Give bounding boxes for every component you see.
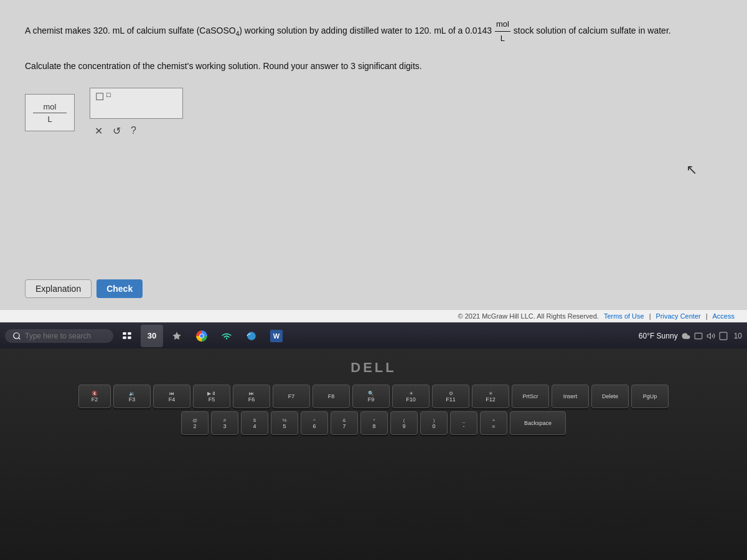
wifi-button[interactable] xyxy=(215,325,238,347)
controls-row: ✕ ↺ ? xyxy=(90,121,183,138)
key-lparen[interactable]: ( 9 xyxy=(390,411,418,435)
key-f7[interactable]: F7 xyxy=(273,385,310,408)
key-ampersand[interactable]: & 7 xyxy=(331,411,358,435)
key-at[interactable]: @ 2 xyxy=(181,411,209,435)
access-link[interactable]: Access xyxy=(713,312,735,320)
key-f12[interactable]: ✳ F12 xyxy=(472,385,509,408)
key-f3[interactable]: 🔉 F3 xyxy=(113,385,151,408)
speaker-icon[interactable] xyxy=(707,332,715,340)
key-minus[interactable]: _ - xyxy=(450,411,477,435)
cursor-arrow: ↖ xyxy=(686,162,697,178)
key-insert[interactable]: Insert xyxy=(552,385,589,408)
svg-rect-2 xyxy=(123,332,126,335)
problem-text: A chemist makes 320. mL of calcium sulfa… xyxy=(25,17,722,45)
pin-icon xyxy=(172,331,182,341)
key-dollar[interactable]: $ 4 xyxy=(241,411,268,435)
stock-concentration-fraction: mol L xyxy=(495,17,510,45)
key-prtscr[interactable]: PrtScr xyxy=(512,385,549,408)
word-button[interactable]: W xyxy=(265,325,288,347)
pin-icon-button[interactable] xyxy=(166,325,188,347)
caso4: SO4 xyxy=(223,26,240,35)
chrome-icon xyxy=(196,330,207,342)
key-label: ✳ xyxy=(489,391,493,396)
key-f2[interactable]: 🔇 F2 xyxy=(78,385,111,408)
fn-row: 🔇 F2 🔉 F3 ⏮ F4 ▶⏸ F5 ⏭ F6 F7 xyxy=(31,385,716,408)
explanation-button[interactable]: Explanation xyxy=(25,279,92,298)
divider1: | xyxy=(649,312,651,320)
weather-text: 60°F Sunny xyxy=(639,332,678,340)
clear-button[interactable]: ✕ xyxy=(92,124,105,138)
answer-row: mol L ☐ □ ✕ ↺ ? xyxy=(25,88,722,138)
undo-button[interactable]: ↺ xyxy=(110,124,123,138)
word-icon: W xyxy=(270,330,283,342)
keyboard-icon xyxy=(694,332,703,340)
check-button[interactable]: Check xyxy=(96,279,143,298)
key-hash[interactable]: # 3 xyxy=(211,411,238,435)
input-area: ☐ □ ✕ ↺ ? xyxy=(90,88,183,138)
svg-line-1 xyxy=(19,337,21,339)
key-f11[interactable]: ⚙ F11 xyxy=(432,385,469,408)
answer-denominator: L xyxy=(33,113,67,124)
copyright-text: © 2021 McGraw Hill LLC. All Rights Reser… xyxy=(458,312,599,320)
key-pgup[interactable]: PgUp xyxy=(631,385,669,408)
svg-marker-10 xyxy=(707,333,710,338)
time-display: 10 xyxy=(734,332,742,340)
terms-link[interactable]: Terms of Use xyxy=(604,312,644,320)
edge-button[interactable] xyxy=(240,325,263,347)
key-f9[interactable]: 🔍 F9 xyxy=(352,385,390,408)
help-button[interactable]: ? xyxy=(128,124,139,138)
svg-rect-11 xyxy=(720,332,727,340)
privacy-link[interactable]: Privacy Center xyxy=(656,312,701,320)
svg-point-0 xyxy=(14,332,19,338)
key-percent[interactable]: % 5 xyxy=(271,411,298,435)
search-input[interactable] xyxy=(25,332,106,340)
calendar-button[interactable]: 30 xyxy=(141,325,163,347)
fraction-numerator: mol xyxy=(495,17,510,32)
key-f4[interactable]: ⏮ F4 xyxy=(153,385,190,408)
wifi-icon xyxy=(221,332,232,340)
problem-part1: A chemist makes 320. mL of calcium sulfa… xyxy=(25,26,223,35)
sci-input-inner: ☐ □ xyxy=(95,91,177,103)
bottom-buttons: Explanation Check xyxy=(25,279,143,298)
key-f10[interactable]: ☀ F10 xyxy=(392,385,430,408)
cloud-icon xyxy=(682,332,690,340)
key-caret[interactable]: ^ 6 xyxy=(301,411,328,435)
key-asterisk[interactable]: * 8 xyxy=(360,411,388,435)
key-label: 🔉 xyxy=(129,391,135,396)
key-f5[interactable]: ▶⏸ F5 xyxy=(193,385,230,408)
number-row: @ 2 # 3 $ 4 % 5 ^ 6 & 7 xyxy=(31,411,716,435)
problem-part2: ) working solution by adding distilled w… xyxy=(239,26,492,35)
fraction-denominator: L xyxy=(499,32,506,45)
key-f8[interactable]: F8 xyxy=(312,385,350,408)
taskbar-right: 60°F Sunny 10 xyxy=(639,332,742,340)
key-label: ⏭ xyxy=(249,391,254,396)
task-view-icon xyxy=(122,331,132,341)
key-label: ⚙ xyxy=(449,391,453,396)
edge-icon xyxy=(246,330,257,342)
taskbar-search[interactable] xyxy=(5,329,113,343)
key-plus[interactable]: + = xyxy=(480,411,507,435)
key-label: ▶⏸ xyxy=(207,391,216,396)
keyboard: 🔇 F2 🔉 F3 ⏮ F4 ▶⏸ F5 ⏭ F6 F7 xyxy=(31,385,716,438)
svg-rect-5 xyxy=(128,336,131,338)
instruction-text: Calculate the concentration of the chemi… xyxy=(25,59,722,74)
key-rparen[interactable]: ) 0 xyxy=(420,411,448,435)
key-f6[interactable]: ⏭ F6 xyxy=(233,385,270,408)
key-label: ☀ xyxy=(409,391,413,396)
sci-notation-container: ☐ □ xyxy=(90,88,183,119)
key-delete[interactable]: Delete xyxy=(591,385,629,408)
answer-numerator: mol xyxy=(33,102,67,113)
content-area: A chemist makes 320. mL of calcium sulfa… xyxy=(0,0,747,309)
key-backspace[interactable]: Backspace xyxy=(510,411,566,435)
task-view-button[interactable] xyxy=(116,325,138,347)
taskbar: 30 W xyxy=(0,322,747,348)
answer-fraction-box: mol L xyxy=(25,94,75,131)
divider2: | xyxy=(706,312,708,320)
key-label: 🔍 xyxy=(368,391,374,396)
key-label: ⏮ xyxy=(169,391,174,396)
network-icon xyxy=(719,332,728,340)
dell-logo: DELL xyxy=(350,360,396,376)
laptop-body: DELL 🔇 F2 🔉 F3 ⏮ F4 ▶⏸ F5 ⏭ F6 xyxy=(0,348,747,560)
svg-rect-3 xyxy=(128,332,131,335)
chrome-button[interactable] xyxy=(190,325,213,347)
